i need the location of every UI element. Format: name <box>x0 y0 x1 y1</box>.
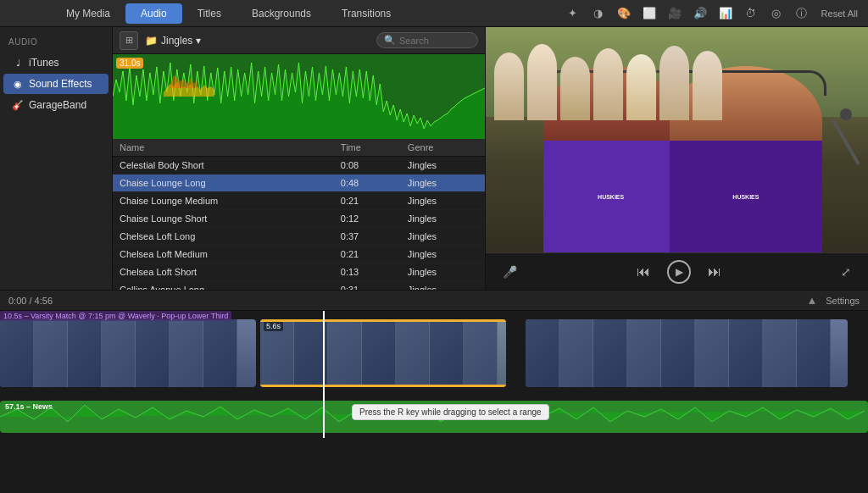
cell-name: Chaise Lounge Long <box>113 174 334 192</box>
camera-icon[interactable]: 🎥 <box>665 4 684 23</box>
cell-name: Chelsea Loft Long <box>113 228 334 246</box>
tab-backgrounds[interactable]: Backgrounds <box>236 3 326 24</box>
sidebar-label-sound-effects: Sound Effects <box>29 78 92 90</box>
sound-effects-icon: ◉ <box>12 79 24 90</box>
table-row[interactable]: Collins Avenue Long0:31Jingles <box>113 281 485 291</box>
video-preview: HUSKIES HUSKIES <box>486 27 868 252</box>
preview-panel: HUSKIES HUSKIES <box>486 27 868 290</box>
sidebar-label-itunes: iTunes <box>29 57 59 69</box>
table-row[interactable]: Chaise Lounge Short0:12Jingles <box>113 210 485 228</box>
sidebar-item-sound-effects[interactable]: ◉ Sound Effects <box>3 74 108 94</box>
cell-genre: Jingles <box>401 210 485 228</box>
col-header-time: Time <box>334 139 401 157</box>
folder-icon: 📁 <box>145 35 158 47</box>
waveform-duration-badge: 31.0s <box>116 58 143 69</box>
timeline-area: 0:00 / 4:56 ▲ Settings 10.5s – Varsity M… <box>0 290 868 493</box>
audio-clip-1[interactable]: 57.1s – News Press the R key while dragg… <box>0 401 868 433</box>
cell-genre: Jingles <box>401 228 485 246</box>
sidebar-item-itunes[interactable]: ♩ iTunes <box>3 53 108 73</box>
sidebar-header: AUDIO <box>0 34 112 52</box>
timeline-time: 0:00 / 4:56 <box>8 296 53 306</box>
bars-icon[interactable]: 📊 <box>716 4 735 23</box>
table-row[interactable]: Chaise Lounge Long0:48Jingles <box>113 174 485 192</box>
magic-wand-icon[interactable]: ✦ <box>564 4 582 23</box>
grid-view-button[interactable]: ⊞ <box>120 31 138 50</box>
timeline-header: 0:00 / 4:56 ▲ Settings <box>0 291 868 311</box>
crop-icon[interactable]: ⬜ <box>640 4 659 23</box>
video-controls: 🎤 ⏮ ▶ ⏭ ⤢ <box>486 252 868 290</box>
cell-genre: Jingles <box>401 157 485 174</box>
play-button[interactable]: ▶ <box>667 260 691 284</box>
cell-genre: Jingles <box>401 281 485 291</box>
folder-selector[interactable]: 📁 Jingles ▾ <box>145 35 201 47</box>
itunes-icon: ♩ <box>12 58 24 69</box>
cell-time: 0:37 <box>334 228 401 246</box>
clip3-thumbnails <box>526 319 848 387</box>
center-toolbar: ⊞ 📁 Jingles ▾ 🔍 <box>113 27 485 54</box>
fullscreen-button[interactable]: ⤢ <box>841 265 851 279</box>
track-clip-1[interactable] <box>0 319 256 387</box>
track-clip-3[interactable] <box>526 319 848 387</box>
cell-name: Collins Avenue Long <box>113 281 334 291</box>
volume-triangle-icon: ▲ <box>806 294 817 307</box>
cell-time: 0:13 <box>334 263 401 281</box>
cell-time: 0:21 <box>334 246 401 263</box>
timeline-content: 10.5s – Varsity Match @ 7:15 pm @ Waverl… <box>0 311 868 493</box>
cell-name: Chelsea Loft Short <box>113 263 334 281</box>
table-row[interactable]: Celestial Body Short0:08Jingles <box>113 157 485 174</box>
chevron-down-icon: ▾ <box>196 35 201 47</box>
main-video-track: 10.5s – Varsity Match @ 7:15 pm @ Waverl… <box>0 311 868 396</box>
nav-tabs: My Media Audio Titles Backgrounds Transi… <box>51 3 406 24</box>
clip2-thumbnails <box>260 319 506 387</box>
cell-name: Chaise Lounge Medium <box>113 192 334 210</box>
clip1-label: 10.5s – Varsity Match @ 7:15 pm @ Waverl… <box>0 311 231 321</box>
table-row[interactable]: Chelsea Loft Long0:37Jingles <box>113 228 485 246</box>
sidebar: AUDIO ♩ iTunes ◉ Sound Effects 🎸 GarageB… <box>0 27 113 290</box>
settings-button[interactable]: Settings <box>826 296 860 306</box>
color-icon[interactable]: 🎨 <box>615 4 633 23</box>
track-clip-2[interactable]: 5.6s <box>260 319 506 387</box>
clip1-thumbnails <box>0 319 256 387</box>
col-header-genre: Genre <box>401 139 485 157</box>
tab-audio[interactable]: Audio <box>125 3 182 24</box>
waveform-container: 31.0s // Generate waveform bars const ba… <box>113 54 485 139</box>
info-icon[interactable]: ⓘ <box>793 4 811 23</box>
col-header-name: Name <box>113 139 334 157</box>
table-row[interactable]: Chelsea Loft Short0:13Jingles <box>113 263 485 281</box>
sidebar-item-garageband[interactable]: 🎸 GarageBand <box>3 95 108 115</box>
stabilize-icon[interactable]: ◎ <box>767 4 786 23</box>
cell-genre: Jingles <box>401 174 485 192</box>
skip-forward-button[interactable]: ⏭ <box>708 264 721 280</box>
balance-icon[interactable]: ◑ <box>589 4 608 23</box>
folder-label: Jingles <box>161 35 192 47</box>
tab-my-media[interactable]: My Media <box>51 3 125 24</box>
table-row[interactable]: Chaise Lounge Medium0:21Jingles <box>113 192 485 210</box>
audio-table: Name Time Genre Celestial Body Short0:08… <box>113 139 485 290</box>
speed-icon[interactable]: ⏱ <box>742 4 760 23</box>
search-input[interactable] <box>399 36 476 46</box>
cell-name: Celestial Body Short <box>113 157 334 174</box>
cell-genre: Jingles <box>401 246 485 263</box>
sidebar-label-garageband: GarageBand <box>29 99 86 111</box>
cell-genre: Jingles <box>401 263 485 281</box>
tab-transitions[interactable]: Transitions <box>326 3 406 24</box>
cell-time: 0:08 <box>334 157 401 174</box>
waveform-svg: // Generate waveform bars const bars = [… <box>113 54 485 139</box>
nav-icons: ✦ ◑ 🎨 ⬜ 🎥 🔊 📊 ⏱ ◎ ⓘ Reset All <box>564 4 868 23</box>
table-row[interactable]: Chelsea Loft Medium0:21Jingles <box>113 246 485 263</box>
cell-name: Chelsea Loft Medium <box>113 246 334 263</box>
search-icon: 🔍 <box>384 35 396 46</box>
cell-genre: Jingles <box>401 192 485 210</box>
tab-titles[interactable]: Titles <box>182 3 236 24</box>
cell-time: 0:31 <box>334 281 401 291</box>
reset-all-button[interactable]: Reset All <box>821 8 858 19</box>
skip-back-button[interactable]: ⏮ <box>637 264 650 280</box>
search-box[interactable]: 🔍 <box>376 32 478 48</box>
volume-icon[interactable]: 🔊 <box>691 4 709 23</box>
mic-button[interactable]: 🎤 <box>503 265 517 279</box>
tooltip-r-key: Press the R key while dragging to select… <box>352 404 549 420</box>
cell-name: Chaise Lounge Short <box>113 210 334 228</box>
garageband-icon: 🎸 <box>12 100 24 111</box>
center-panel: ⊞ 📁 Jingles ▾ 🔍 31.0s // Generate wavefo… <box>113 27 486 290</box>
audio-track: 57.1s – News Press the R key while dragg… <box>0 396 868 438</box>
